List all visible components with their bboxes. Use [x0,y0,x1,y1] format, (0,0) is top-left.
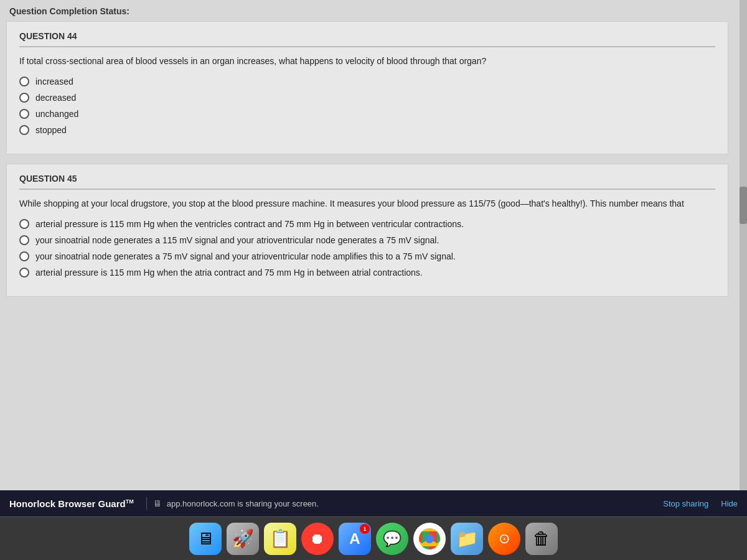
label-q45a: arterial pressure is 115 mm Hg when the … [35,219,464,229]
dock-folder-icon[interactable]: 📁 [451,523,483,555]
question-44-option-a[interactable]: increased [19,77,715,86]
appstore-emoji: A [349,530,360,548]
radio-q44b[interactable] [19,93,29,103]
question-completion-status: Question Completion Status: [6,6,728,16]
colorpicker-emoji: ⊙ [499,531,510,547]
dock-notes-icon[interactable]: 📋 [264,523,296,555]
chrome-ring [419,528,440,549]
question-45-block: QUESTION 45 While shopping at your local… [6,164,728,297]
radio-q45a[interactable] [19,219,29,229]
question-44-option-c[interactable]: unchanged [19,109,715,119]
radio-q45b[interactable] [19,235,29,245]
label-q44c: unchanged [35,109,78,119]
question-45-option-c[interactable]: your sinoatrial node generates a 75 mV s… [19,251,715,261]
radio-q45d[interactable] [19,268,29,278]
stop-emoji: ⏺ [310,530,325,548]
question-45-text: While shopping at your local drugstore, … [19,197,715,210]
label-q44a: increased [35,77,73,86]
honorlock-logo: Honorlock Browser GuardTM [9,498,134,509]
question-44-number: QUESTION 44 [19,31,715,47]
question-45-option-a[interactable]: arterial pressure is 115 mm Hg when the … [19,219,715,229]
dock-stop-icon[interactable]: ⏺ [301,523,334,555]
label-q44b: decreased [35,93,76,103]
label-q45d: arterial pressure is 115 mm Hg when the … [35,268,423,278]
hide-button[interactable]: Hide [721,499,738,508]
radio-q44c[interactable] [19,109,29,119]
main-content: Question Completion Status: QUESTION 44 … [0,0,747,516]
question-45-option-d[interactable]: arterial pressure is 115 mm Hg when the … [19,268,715,278]
honorlock-bar: Honorlock Browser GuardTM 🖥 app.honorloc… [0,490,747,516]
dock-appstore-icon[interactable]: A 1 [339,523,371,555]
folder-emoji: 📁 [456,528,478,549]
dock-launchpad-icon[interactable]: 🚀 [227,523,259,555]
stop-sharing-button[interactable]: Stop sharing [663,499,708,508]
question-44-block: QUESTION 44 If total cross-sectional are… [6,21,728,154]
radio-q44a[interactable] [19,77,29,86]
label-q44d: stopped [35,125,67,135]
appstore-badge: 1 [360,524,370,534]
question-45-option-b[interactable]: your sinoatrial node generates a 115 mV … [19,235,715,245]
question-45-number: QUESTION 45 [19,174,715,190]
mac-dock: 🖥 🚀 📋 ⏺ A 1 💬 📁 ⊙ 🗑 [0,516,747,560]
dock-finder-icon[interactable]: 🖥 [189,523,222,555]
launchpad-emoji: 🚀 [232,528,254,549]
scrollbar-track[interactable] [740,0,747,516]
notes-emoji: 📋 [270,528,291,549]
question-44-option-d[interactable]: stopped [19,125,715,135]
sharing-text: app.honorlock.com is sharing your screen… [167,499,664,508]
monitor-icon: 🖥 [153,498,162,508]
dock-chrome-icon[interactable] [413,523,446,555]
dock-messages-icon[interactable]: 💬 [376,523,408,555]
question-44-option-b[interactable]: decreased [19,93,715,103]
label-q45c: your sinoatrial node generates a 75 mV s… [35,251,456,261]
label-q45b: your sinoatrial node generates a 115 mV … [35,235,439,245]
question-44-text: If total cross-sectional area of blood v… [19,55,715,68]
honorlock-divider [146,497,147,510]
radio-q44d[interactable] [19,125,29,135]
finder-emoji: 🖥 [197,528,214,549]
radio-q45c[interactable] [19,251,29,261]
messages-emoji: 💬 [383,530,402,548]
status-label: Question Completion Status: [9,6,129,16]
dock-trash-icon[interactable]: 🗑 [525,523,558,555]
chrome-inner [425,534,434,543]
dock-colorpicker-icon[interactable]: ⊙ [488,523,520,555]
scrollbar-thumb[interactable] [740,187,747,224]
trash-emoji: 🗑 [533,528,550,549]
